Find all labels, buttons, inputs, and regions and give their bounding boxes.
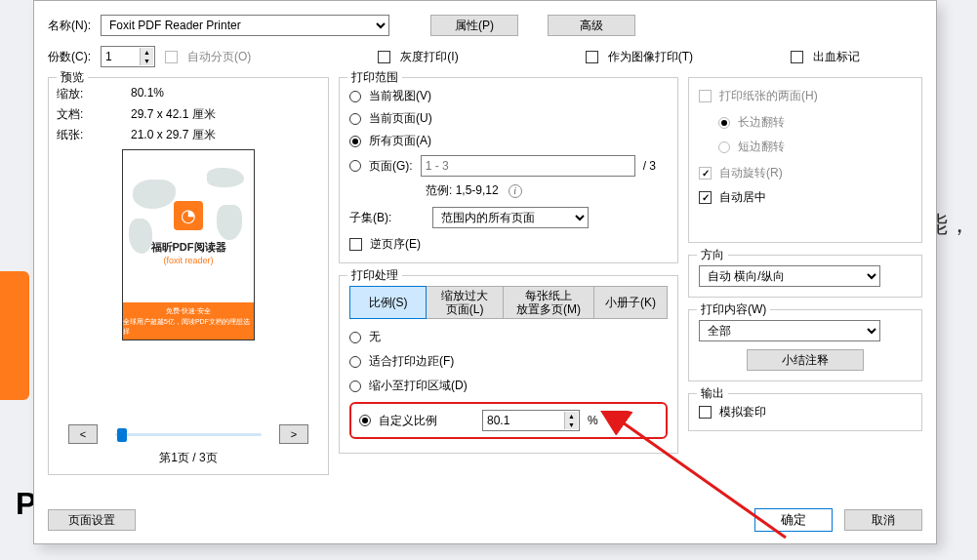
range-fieldset: 打印范围 当前视图(V) 当前页面(U) 所有页面(A) 页面(G): / 3 … <box>339 77 678 263</box>
duplex-fieldset: 打印纸张的两面(H) 长边翻转 短边翻转 自动旋转(R) 自动居中 <box>688 77 922 243</box>
radio-longedge <box>718 117 730 129</box>
pages-input[interactable] <box>421 155 635 177</box>
zoom-value: 80.1% <box>102 86 320 102</box>
radio-longedge-label: 长边翻转 <box>738 114 785 131</box>
whatprint-legend: 打印内容(W) <box>697 301 770 318</box>
asimage-checkbox[interactable] <box>586 51 598 63</box>
paper-value: 21.0 x 29.7 厘米 <box>102 127 320 143</box>
print-dialog: 名称(N): Foxit PDF Reader Printer 属性(P) 高级… <box>33 0 937 544</box>
radio-shortedge-label: 短边翻转 <box>738 139 785 155</box>
foxit-icon: ◔ <box>174 201 203 230</box>
output-fieldset: 输出 模拟套印 <box>688 393 922 431</box>
preview-thumbnail: ◔ 福昕PDF阅读器 (foxit reader) 免费·快速·安全 全球用户超… <box>122 149 255 340</box>
grayscale-label: 灰度打印(I) <box>400 49 458 65</box>
reverse-label: 逆页序(E) <box>370 236 421 253</box>
whatprint-select[interactable]: 全部 <box>699 320 880 341</box>
radio-shortedge <box>718 141 730 153</box>
copies-spinner[interactable]: ▲▼ <box>101 46 155 67</box>
autocenter-label: 自动居中 <box>719 189 766 206</box>
booklet-tab[interactable]: 小册子(K) <box>594 286 668 319</box>
advanced-button[interactable]: 高级 <box>548 15 635 36</box>
duplex-checkbox <box>699 90 712 102</box>
reverse-checkbox[interactable] <box>349 238 362 251</box>
orientation-select[interactable]: 自动 横向/纵向 <box>699 265 880 287</box>
copies-label: 份数(C): <box>48 49 91 65</box>
doc-label: 文档: <box>57 106 102 123</box>
prev-page-button[interactable]: < <box>68 424 98 444</box>
bleed-checkbox[interactable] <box>791 51 803 63</box>
printer-name-label: 名称(N): <box>48 18 91 34</box>
scale-tab[interactable]: 比例(S) <box>349 286 427 319</box>
pages-total: / 3 <box>643 159 656 173</box>
preview-fieldset: 预览 缩放: 80.1% 文档: 29.7 x 42.1 厘米 纸张: 21.0… <box>48 77 329 475</box>
radio-shrink-label: 缩小至打印区域(D) <box>369 378 468 394</box>
radio-all-pages-label: 所有页面(A) <box>369 133 431 149</box>
radio-fit[interactable] <box>349 356 361 368</box>
page-status: 第1页 / 3页 <box>57 450 320 466</box>
grayscale-checkbox[interactable] <box>378 51 390 63</box>
pages-example: 范例: 1,5-9,12 <box>426 182 499 199</box>
whatprint-fieldset: 打印内容(W) 全部 小结注释 <box>688 309 922 381</box>
collate-checkbox <box>165 51 178 63</box>
orientation-fieldset: 方向 自动 横向/纵向 <box>688 255 922 298</box>
paper-label: 纸张: <box>57 127 102 143</box>
zoom-label: 缩放: <box>57 86 102 102</box>
simulate-label: 模拟套印 <box>719 404 766 420</box>
radio-current-view[interactable] <box>349 91 361 102</box>
summarize-button[interactable]: 小结注释 <box>747 349 864 371</box>
radio-none[interactable] <box>349 332 361 343</box>
radio-pages[interactable] <box>349 160 361 172</box>
shrink-oversize-tab[interactable]: 缩放过大 页面(L) <box>427 286 504 319</box>
ok-button[interactable]: 确定 <box>754 508 833 532</box>
radio-shrink[interactable] <box>349 380 361 392</box>
cancel-button[interactable]: 取消 <box>844 509 922 531</box>
duplex-label: 打印纸张的两面(H) <box>719 88 818 104</box>
radio-custom-label: 自定义比例 <box>379 413 437 429</box>
handling-fieldset: 打印处理 比例(S) 缩放过大 页面(L) 每张纸上 放置多页(M) 小册子(K… <box>339 275 678 454</box>
pages-label: 页面(G): <box>369 158 413 175</box>
output-legend: 输出 <box>697 385 728 402</box>
radio-current-page[interactable] <box>349 113 361 125</box>
autorotate-label: 自动旋转(R) <box>719 165 783 181</box>
thumb-band: 免费·快速·安全 全球用户超越5亿，阅读PDF文档的理想选择 <box>123 302 254 340</box>
collate-label: 自动分页(O) <box>187 49 251 65</box>
orientation-legend: 方向 <box>697 247 728 263</box>
nup-tab[interactable]: 每张纸上 放置多页(M) <box>504 286 594 319</box>
bleed-label: 出血标记 <box>813 49 860 65</box>
info-icon[interactable]: i <box>509 184 522 198</box>
next-page-button[interactable]: > <box>279 424 308 444</box>
subset-label: 子集(B): <box>349 210 391 226</box>
handling-legend: 打印处理 <box>347 267 402 284</box>
radio-none-label: 无 <box>369 329 381 345</box>
doc-value: 29.7 x 42.1 厘米 <box>102 106 320 123</box>
pagesetup-button[interactable]: 页面设置 <box>48 509 136 531</box>
autorotate-checkbox <box>699 167 712 180</box>
printer-select[interactable]: Foxit PDF Reader Printer <box>101 15 389 36</box>
radio-custom[interactable] <box>359 415 371 426</box>
subset-select[interactable]: 范围内的所有页面 <box>432 207 589 228</box>
thumb-subtitle: (foxit reader) <box>123 256 254 265</box>
range-legend: 打印范围 <box>347 69 402 86</box>
bg-orange-strip <box>0 271 29 400</box>
simulate-checkbox[interactable] <box>699 406 712 419</box>
radio-fit-label: 适合打印边距(F) <box>369 353 454 370</box>
properties-button[interactable]: 属性(P) <box>430 15 518 36</box>
custom-scale-spinner[interactable]: ▲▼ <box>482 410 580 431</box>
radio-all-pages[interactable] <box>349 136 361 147</box>
thumb-title: 福昕PDF阅读器 <box>123 240 254 255</box>
asimage-label: 作为图像打印(T) <box>608 49 693 65</box>
autocenter-checkbox[interactable] <box>699 191 712 204</box>
percent-label: % <box>588 414 598 427</box>
custom-scale-input[interactable] <box>487 414 575 427</box>
radio-current-view-label: 当前视图(V) <box>369 88 431 104</box>
radio-current-page-label: 当前页面(U) <box>369 110 432 127</box>
preview-legend: 预览 <box>57 69 88 86</box>
page-slider[interactable] <box>115 424 262 444</box>
custom-scale-highlight: 自定义比例 ▲▼ % <box>349 402 668 439</box>
